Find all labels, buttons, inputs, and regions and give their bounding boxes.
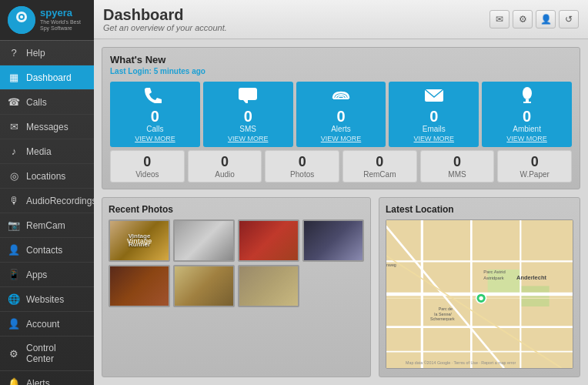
sidebar-nav: ? Help ▦ Dashboard ☎ Calls ✉ Messages ♪ … [0, 41, 94, 385]
sidebar-item-websites[interactable]: 🌐 Websites [0, 287, 94, 312]
photo-thumb-4[interactable] [302, 219, 364, 262]
topbar-text: Dashboard Get an overview of your accoun… [103, 6, 227, 32]
sidebar-label-websites: Websites [26, 294, 64, 305]
help-icon: ? [8, 47, 20, 59]
photos-label: Photos [290, 170, 314, 179]
apps-icon: 📱 [8, 269, 20, 280]
sidebar-item-help[interactable]: ? Help [0, 41, 94, 65]
sidebar-item-account[interactable]: 👤 Account [0, 312, 94, 336]
sidebar-label-controlcenter: Control Center [26, 343, 86, 364]
contacts-icon: 👤 [8, 244, 20, 256]
wpaper-value: 0 [531, 154, 539, 170]
stats-row-primary: 0 Calls VIEW MORE 0 SMS VIEW MORE [110, 82, 572, 147]
ambient-stat-value: 0 [523, 109, 531, 124]
remcam-value: 0 [376, 154, 383, 170]
stat-emails: 0 Emails VIEW MORE [389, 82, 479, 147]
mms-label: MMS [448, 170, 466, 179]
sidebar-item-remcam[interactable]: 📷 RemCam [0, 213, 94, 238]
videos-label: Videos [135, 170, 159, 179]
sidebar-label-dashboard: Dashboard [26, 72, 72, 83]
bottom-panels: Recent Photos VintageRunner [102, 197, 580, 377]
sidebar-item-dashboard[interactable]: ▦ Dashboard [0, 65, 94, 90]
calls-stat-value: 0 [151, 109, 159, 124]
sidebar: spyera The World's Best Spy Software ? H… [0, 0, 94, 385]
ambient-view-more[interactable]: VIEW MORE [506, 135, 547, 142]
alerts-stat-label: Alerts [331, 125, 351, 133]
svg-text:la Senne/: la Senne/ [434, 312, 452, 316]
page-subtitle: Get an overview of your account. [103, 23, 227, 32]
sidebar-label-audiorecordings: AudioRecordings [26, 196, 94, 206]
sidebar-item-locations[interactable]: ◎ Locations [0, 164, 94, 189]
svg-point-3 [20, 15, 23, 18]
page-title: Dashboard [103, 6, 227, 23]
svg-rect-10 [523, 102, 531, 103]
sidebar-item-messages[interactable]: ✉ Messages [0, 115, 94, 139]
sidebar-label-apps: Apps [26, 270, 47, 280]
photo-thumb-2[interactable] [173, 219, 235, 262]
whats-new-subtitle: Last Login: 5 minutes ago [110, 67, 572, 75]
stat-remcam: 0 RemCam [342, 150, 417, 182]
sidebar-label-messages: Messages [26, 122, 68, 132]
photos-grid: VintageRunner [109, 219, 364, 307]
svg-point-34 [479, 296, 483, 300]
photo-thumb-3[interactable] [238, 219, 299, 262]
user-button[interactable]: 👤 [536, 10, 556, 28]
stat-audio: 0 Audio [188, 150, 262, 182]
emails-view-more[interactable]: VIEW MORE [414, 135, 455, 142]
settings-button[interactable]: ⚙ [513, 10, 533, 28]
alerts-view-more[interactable]: VIEW MORE [321, 135, 362, 142]
topbar-actions: ✉ ⚙ 👤 ↺ [489, 10, 579, 28]
svg-rect-13 [520, 286, 549, 306]
photo-thumb-1[interactable]: VintageRunner [109, 219, 170, 262]
photo-thumb-6[interactable] [173, 265, 235, 307]
svg-text:Astridpark: Astridpark [483, 276, 503, 280]
stat-alerts: 0 Alerts VIEW MORE [296, 82, 386, 147]
sidebar-item-media[interactable]: ♪ Media [0, 139, 94, 164]
sidebar-item-controlcenter[interactable]: ⚙ Control Center [0, 336, 94, 371]
alerts-icon: 🔔 [8, 377, 20, 385]
logo-icon [8, 6, 35, 34]
sms-stat-value: 0 [244, 109, 252, 124]
emails-stat-label: Emails [423, 125, 446, 133]
sidebar-label-alerts: Alerts [26, 378, 50, 386]
photo-thumb-5[interactable] [109, 265, 170, 307]
refresh-button[interactable]: ↺ [559, 10, 579, 28]
recent-photos-panel: Recent Photos VintageRunner [102, 197, 371, 377]
sms-stat-label: SMS [239, 125, 256, 133]
stat-videos: 0 Videos [110, 150, 185, 182]
last-login-label: Last Login: [110, 67, 152, 75]
logo: spyera The World's Best Spy Software [0, 0, 94, 41]
svg-text:Schemerpark: Schemerpark [430, 316, 455, 321]
map-container[interactable]: Dilbeek Ninoofseteenweg N8 Anderlecht Pa… [386, 219, 573, 369]
stat-wpaper: 0 W.Paper [497, 150, 572, 182]
sms-view-more[interactable]: VIEW MORE [228, 135, 269, 142]
controlcenter-icon: ⚙ [8, 348, 20, 360]
sidebar-item-alerts[interactable]: 🔔 Alerts [0, 371, 94, 385]
sidebar-item-calls[interactable]: ☎ Calls [0, 90, 94, 115]
topbar: Dashboard Get an overview of your accoun… [94, 0, 588, 39]
photo-thumb-7[interactable] [238, 265, 299, 307]
photos-row-1: VintageRunner [109, 219, 364, 262]
svg-rect-4 [239, 88, 257, 100]
brand-name: spyera [40, 8, 86, 18]
latest-location-panel: Latest Location [379, 197, 580, 377]
emails-stat-value: 0 [429, 109, 438, 124]
email-button[interactable]: ✉ [489, 10, 509, 28]
svg-point-8 [523, 87, 532, 99]
sidebar-item-audiorecordings[interactable]: 🎙 AudioRecordings [0, 189, 94, 213]
sidebar-item-apps[interactable]: 📱 Apps [0, 263, 94, 287]
sidebar-label-remcam: RemCam [26, 220, 65, 231]
sidebar-label-calls: Calls [26, 97, 47, 108]
sidebar-label-contacts: Contacts [26, 245, 62, 256]
remcam-label: RemCam [363, 170, 396, 179]
audio-icon: 🎙 [8, 195, 20, 206]
svg-text:Ninoofseteenweg: Ninoofseteenweg [386, 263, 396, 267]
stat-sms: 0 SMS VIEW MORE [203, 82, 293, 147]
remcam-icon: 📷 [8, 219, 20, 231]
messages-icon: ✉ [8, 121, 20, 132]
sidebar-label-help: Help [26, 48, 45, 59]
sms-stat-icon [237, 86, 259, 107]
sidebar-item-contacts[interactable]: 👤 Contacts [0, 238, 94, 263]
svg-text:Parc Astrid: Parc Astrid [483, 270, 505, 274]
calls-view-more[interactable]: VIEW MORE [135, 135, 175, 142]
